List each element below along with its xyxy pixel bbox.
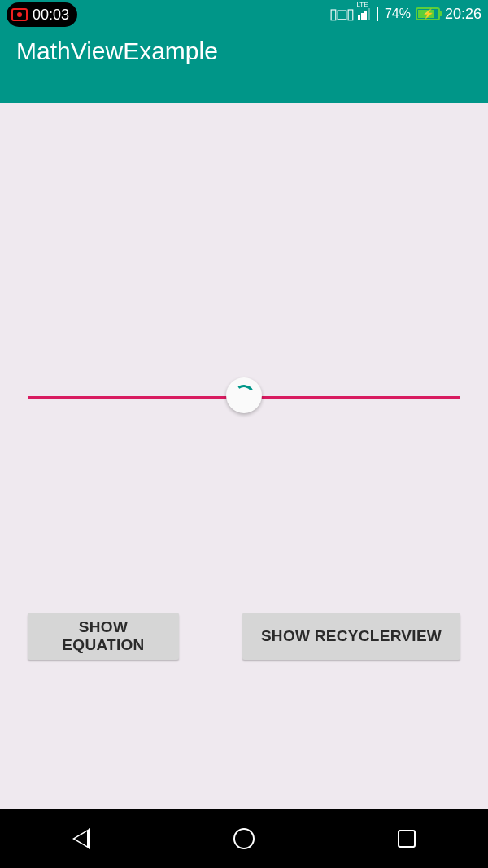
show-equation-button[interactable]: SHOW EQUATION xyxy=(28,613,179,660)
navigation-bar xyxy=(0,809,488,868)
app-title: MathViewExample xyxy=(16,37,472,65)
signal-icon: LTE xyxy=(358,8,370,20)
status-divider xyxy=(377,7,378,21)
home-icon xyxy=(233,828,255,849)
clock: 20:26 xyxy=(445,6,481,23)
back-icon xyxy=(72,828,90,849)
recents-button[interactable] xyxy=(393,825,420,853)
record-icon xyxy=(11,8,28,21)
status-bar: 00:03 ▯◻▯ LTE 74% ⚡ 20:26 xyxy=(0,0,488,28)
button-row: SHOW EQUATION SHOW RECYCLERVIEW xyxy=(28,613,460,660)
show-recyclerview-button[interactable]: SHOW RECYCLERVIEW xyxy=(242,613,460,660)
battery-percent: 74% xyxy=(385,7,411,21)
spinner-arc-icon xyxy=(232,383,256,408)
battery-icon: ⚡ xyxy=(416,7,440,20)
status-right: ▯◻▯ LTE 74% ⚡ 20:26 xyxy=(329,5,481,23)
recents-icon xyxy=(398,830,416,848)
pull-refresh-spinner[interactable] xyxy=(226,377,262,413)
home-button[interactable] xyxy=(230,825,258,853)
recording-time: 00:03 xyxy=(33,7,69,24)
recording-indicator[interactable]: 00:03 xyxy=(7,2,77,27)
content-area: SHOW EQUATION SHOW RECYCLERVIEW xyxy=(0,103,488,809)
network-label: LTE xyxy=(356,1,368,8)
vibrate-icon: ▯◻▯ xyxy=(329,5,353,23)
status-left: 00:03 xyxy=(7,2,77,26)
back-button[interactable] xyxy=(68,825,95,853)
